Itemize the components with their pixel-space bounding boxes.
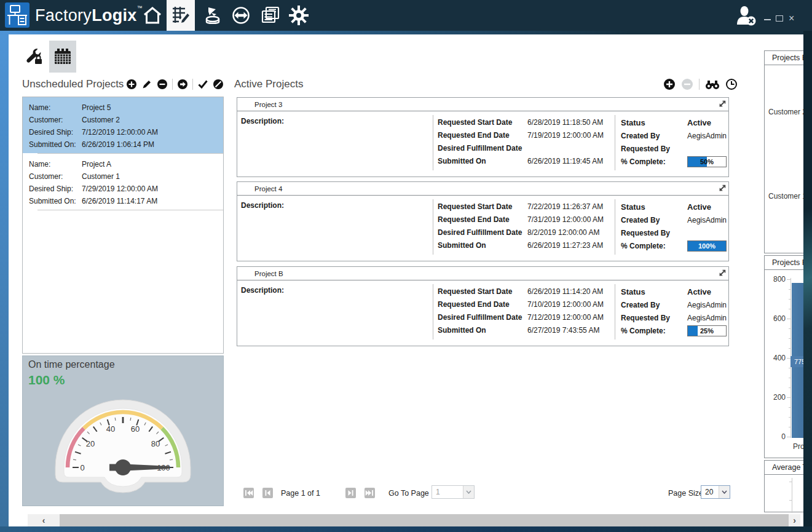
on-time-title: On time percentage [23,356,223,370]
requested-by-value: AegisAdmin [687,314,727,322]
settings-gear-icon[interactable] [285,0,312,31]
sync-icon[interactable] [227,0,254,31]
divider [615,199,615,255]
goto-page-label: Go To Page [388,489,429,498]
remove-active-project-icon[interactable] [681,78,693,90]
submitted-value: 6/26/2019 11:27:23 AM [527,239,603,252]
goto-page-combo[interactable]: 1 [432,485,475,499]
tab-calendar[interactable] [49,41,76,73]
projects-remaining-panel: Projects R 800 600 400 200 0 775 Proj [764,255,803,458]
search-binoculars-icon[interactable] [705,79,720,90]
first-page-button[interactable] [243,488,254,498]
divider [699,79,700,90]
legend-customer-1: Customer 1 [768,192,803,200]
x-axis-label: Proj [793,442,803,451]
divider [615,284,615,339]
expand-card-icon[interactable] [719,185,726,192]
submitted-value: 6/26/2019 11:19:45 AM [527,155,603,168]
brand-text: FactoryLogix™ [35,5,143,25]
add-project-icon[interactable] [126,79,137,90]
description-label: Description: [241,201,284,210]
end-value: 7/19/2019 12:00:00 AM [527,129,604,142]
card-title: Project 3 [254,101,282,108]
submitted-value: 6/27/2019 7:43:55 AM [527,324,599,337]
window-frame-bottom [0,526,812,532]
description-label: Description: [241,286,284,295]
page-size-label: Page Size [668,489,703,498]
divider [37,210,223,210]
end-value: 7/31/2019 12:00:00 AM [527,213,604,226]
documents-icon[interactable] [257,0,284,31]
unscheduled-header: Unscheduled Projects [22,74,224,95]
divider [433,284,433,339]
horizontal-scrollbar[interactable]: ‹ › [28,514,800,526]
main-content: Unscheduled Projects Name:Project 5 Cust… [9,34,803,526]
project-card[interactable]: Project 4 Description: Requested Start D… [237,181,729,261]
on-time-percentage-panel: On time percentage 100 % 0 20 40 60 80 [22,355,224,506]
page-indicator: Page 1 of 1 [281,489,320,498]
divider [433,199,433,255]
close-button[interactable]: × [789,13,794,24]
card-title: Project B [254,270,283,277]
percent-complete-bar: 25% [687,325,727,336]
project-card[interactable]: Project B Description: Requested Start D… [237,266,729,346]
created-by-value: AegisAdmin [687,301,727,309]
bar-value-label: 775 [790,356,803,367]
start-value: 6/28/2019 11:18:50 AM [527,116,603,129]
divider [615,115,615,170]
panel-title: Average T [765,461,803,475]
gauge-label-60: 60 [131,424,140,434]
reject-icon[interactable] [213,79,224,90]
remove-project-icon[interactable] [157,79,168,90]
add-active-project-icon[interactable] [663,78,676,90]
maximize-button[interactable] [776,15,783,22]
accept-icon[interactable] [197,79,208,90]
scroll-right-button[interactable]: › [789,514,800,526]
created-by-value: AegisAdmin [687,216,727,224]
page-size-combo[interactable]: 20 [701,485,730,499]
factorylogix-window: FactoryLogix™ [0,0,812,532]
history-clock-icon[interactable] [725,78,738,90]
edit-project-icon[interactable] [141,79,152,90]
list-item-project-a[interactable]: Name:Project A Customer:Customer 1 Desir… [23,154,223,210]
active-projects-header: Active Projects [234,74,738,95]
schedule-project-icon[interactable] [177,79,188,90]
divider [172,79,173,90]
scroll-left-button[interactable]: ‹ [28,514,60,526]
next-page-button[interactable] [345,488,356,498]
status-value: Active [687,287,711,296]
start-value: 6/26/2019 11:14:20 AM [527,285,603,298]
start-value: 7/22/2019 11:26:37 AM [527,200,603,213]
percent-complete-bar: 50% [687,156,727,167]
chevron-down-icon [719,486,730,498]
materials-icon[interactable] [199,0,226,31]
last-page-button[interactable] [365,488,375,498]
gauge-label-0: 0 [80,463,84,472]
unscheduled-title: Unscheduled Projects [22,78,124,90]
status-value: Active [687,202,711,212]
unscheduled-project-list: Name:Project 5 Customer:Customer 2 Desir… [22,97,224,354]
titlebar: FactoryLogix™ [0,0,812,31]
projects-by-customer-panel: Projects B Customer 2 Customer 1 [764,50,803,253]
minimize-button[interactable] [764,19,771,20]
legend-customer-2: Customer 2 [768,108,803,116]
fulfillment-value: 8/2/2019 12:00:00 AM [527,226,599,239]
average-time-panel: Average T [764,460,803,512]
production-scheduling-icon[interactable] [167,0,195,31]
fulfillment-value: 7/12/2019 12:00:00 AM [527,311,604,324]
gauge-label-20: 20 [86,439,95,448]
scrollbar-track[interactable] [60,514,789,526]
project-card[interactable]: Project 3 Description: Requested Start D… [237,97,729,177]
gauge-label-40: 40 [106,424,115,434]
tab-tools-lock[interactable] [22,43,45,69]
y-axis [792,478,792,513]
previous-page-button[interactable] [262,488,273,498]
expand-card-icon[interactable] [719,100,726,108]
list-item-project-5[interactable]: Name:Project 5 Customer:Customer 2 Desir… [23,97,223,153]
user-logout-icon[interactable] [735,6,759,28]
panel-title: Projects R [765,256,803,270]
home-icon[interactable] [139,0,166,31]
expand-card-icon[interactable] [719,269,726,277]
on-time-value: 100 % [23,370,223,387]
active-projects-title: Active Projects [234,78,303,90]
